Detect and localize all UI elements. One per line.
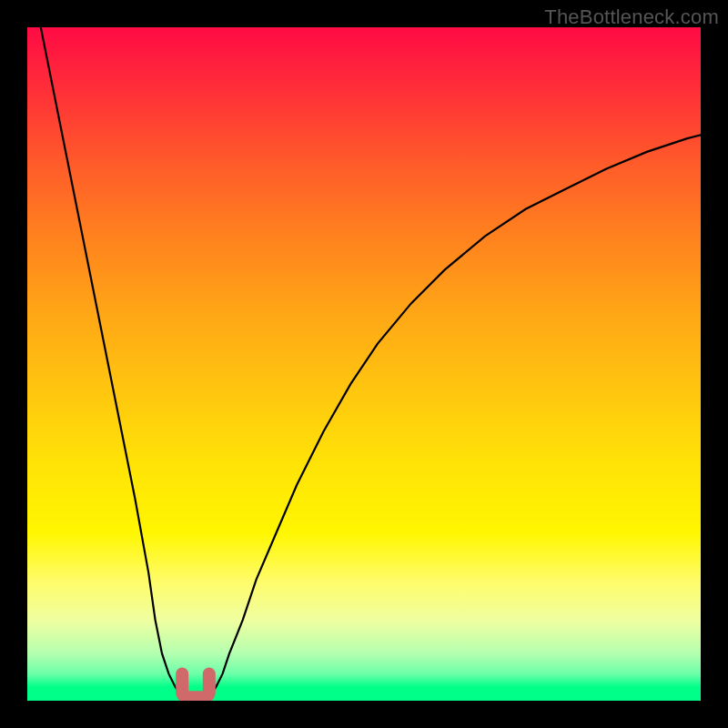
plot-area [27,27,701,701]
chart-frame: TheBottleneck.com [0,0,728,728]
curve-layer [27,27,701,701]
watermark-text: TheBottleneck.com [544,5,719,29]
curve-right-branch [209,135,701,697]
minimum-marker [182,673,209,697]
curve-left-branch [41,27,182,697]
